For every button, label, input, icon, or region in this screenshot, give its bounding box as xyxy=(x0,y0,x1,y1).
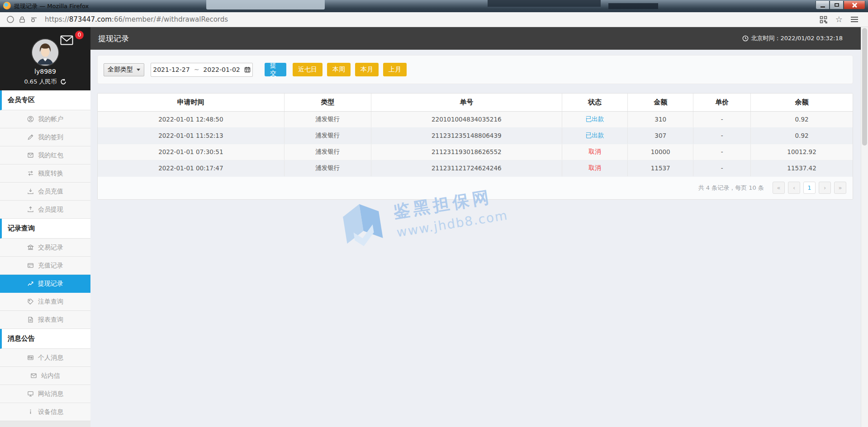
quick-lastmonth-button[interactable]: 上月 xyxy=(383,63,407,76)
beijing-time: 北京时间：2022/01/02 03:32:18 xyxy=(751,34,843,42)
window-titlebar: 提现记录 — Mozilla Firefox xyxy=(0,0,868,12)
card-icon xyxy=(27,262,34,269)
sidebar-section-records: 记录查询 xyxy=(0,219,90,239)
col-unit-price: 单价 xyxy=(693,94,751,111)
pagination-prev-button[interactable]: ‹ xyxy=(788,182,800,194)
sidebar-item-my-red-packet[interactable]: 我的红包 xyxy=(0,146,90,164)
sidebar-item-site-messages[interactable]: 网站消息 xyxy=(0,385,90,403)
background-window-fragment xyxy=(608,3,658,9)
pagination-summary: 共 4 条记录，每页 10 条 xyxy=(698,184,764,192)
mail-icon xyxy=(30,372,37,379)
table-header-row: 申请时间 类型 单号 状态 金额 单价 余额 xyxy=(98,94,853,111)
sidebar-section-member-zone: 会员专区 xyxy=(0,90,90,110)
pagination-page-1-button[interactable]: 1 xyxy=(803,182,816,194)
col-type: 类型 xyxy=(284,94,371,111)
table-row: 2022-01-01 07:30:51 浦发银行 211231193018626… xyxy=(98,144,853,160)
refresh-icon[interactable] xyxy=(60,79,66,85)
col-balance: 余额 xyxy=(751,94,853,111)
permissions-icon[interactable] xyxy=(30,16,38,23)
bookmark-star-icon[interactable]: ☆ xyxy=(835,15,843,23)
balance: 0.65 人民币 xyxy=(24,78,57,86)
message-count-badge: 0 xyxy=(75,31,84,39)
url-path: :66/member/#/withdrawalRecords xyxy=(112,15,228,23)
scrollbar[interactable] xyxy=(861,27,868,427)
avatar[interactable] xyxy=(32,39,58,66)
sidebar-item-quota-transfer[interactable]: 额度转换 xyxy=(0,164,90,183)
monitor-icon xyxy=(27,390,34,397)
withdrawal-records-table: 申请时间 类型 单号 状态 金额 单价 余额 2022-01-01 12:48:… xyxy=(98,94,853,177)
maximize-button[interactable] xyxy=(830,1,844,9)
transfer-icon xyxy=(27,170,34,177)
sidebar-item-site-mail[interactable]: 站内信 xyxy=(0,367,90,385)
window-title: 提现记录 — Mozilla Firefox xyxy=(14,2,89,10)
close-button[interactable] xyxy=(844,1,865,9)
status-badge: 已出款 xyxy=(586,115,604,122)
pagination-last-button[interactable]: » xyxy=(834,182,846,194)
col-status: 状态 xyxy=(562,94,627,111)
tag-icon xyxy=(27,298,34,305)
pagination-next-button[interactable]: › xyxy=(819,182,831,194)
app-header: 提现记录 北京时间：2022/01/02 03:32:18 xyxy=(90,27,861,50)
red-packet-icon xyxy=(27,152,34,159)
username: ly8989 xyxy=(0,68,90,75)
date-range-input[interactable]: 2021-12-27 ~ 2022-01-02 xyxy=(151,63,253,77)
pagination-first-button[interactable]: « xyxy=(773,182,785,194)
minimize-button[interactable] xyxy=(816,1,830,9)
page-title: 提现记录 xyxy=(98,33,129,44)
browser-toolbar: https://873447.com:66/member/#/withdrawa… xyxy=(0,12,868,27)
background-window-fragment xyxy=(206,0,325,9)
table-row: 2022-01-01 00:17:47 浦发银行 211231121724624… xyxy=(98,160,853,176)
sidebar-item-bet-query[interactable]: 注单查询 xyxy=(0,293,90,311)
filter-bar: 全部类型 2021-12-27 ~ 2022-01-02 提交 近七日 本周 本… xyxy=(97,55,853,84)
sidebar-item-deposit-records[interactable]: 充值记录 xyxy=(0,257,90,275)
sidebar-item-report-query[interactable]: 报表查询 xyxy=(0,311,90,329)
type-select[interactable]: 全部类型 xyxy=(104,63,144,76)
withdraw-icon xyxy=(27,206,34,213)
table-row: 2022-01-01 11:52:13 浦发银行 211231235148806… xyxy=(98,127,853,144)
id-card-icon xyxy=(27,354,34,361)
messages-button[interactable]: 0 xyxy=(60,33,81,48)
quick-thisweek-button[interactable]: 本周 xyxy=(327,63,351,76)
sidebar-item-withdrawal-records[interactable]: 提现记录 xyxy=(0,275,90,293)
calendar-icon[interactable] xyxy=(244,66,251,73)
status-badge: 取消 xyxy=(589,164,601,171)
sidebar-item-personal-messages[interactable]: 个人消息 xyxy=(0,349,90,367)
date-to: 2022-01-02 xyxy=(203,66,240,73)
sidebar-section-messages: 消息公告 xyxy=(0,329,90,349)
chart-icon xyxy=(27,280,34,287)
pencil-icon xyxy=(27,134,34,141)
sidebar-item-member-withdraw[interactable]: 会员提现 xyxy=(0,201,90,219)
status-badge: 取消 xyxy=(589,148,601,155)
menu-hamburger-icon[interactable] xyxy=(851,17,858,22)
tracking-protection-icon[interactable] xyxy=(6,15,14,23)
sidebar-item-member-deposit[interactable]: 会员充值 xyxy=(0,183,90,201)
clock-icon xyxy=(742,35,749,42)
lock-icon[interactable] xyxy=(19,16,26,23)
sidebar-item-my-checkin[interactable]: 我的签到 xyxy=(0,128,90,146)
records-table-card: 申请时间 类型 单号 状态 金额 单价 余额 2022-01-01 12:48:… xyxy=(97,93,853,200)
bank-icon xyxy=(27,244,34,251)
scrollbar-thumb[interactable] xyxy=(862,28,867,145)
url-protocol: https:// xyxy=(45,15,69,23)
sidebar-item-device-info[interactable]: 设备信息 xyxy=(0,403,90,421)
col-amount: 金额 xyxy=(628,94,693,111)
quick-last7days-button[interactable]: 近七日 xyxy=(293,63,323,76)
date-from: 2021-12-27 xyxy=(153,66,190,73)
col-order-no: 单号 xyxy=(371,94,562,111)
background-window-fragment xyxy=(488,0,601,7)
firefox-icon xyxy=(3,2,11,9)
sidebar-item-my-account[interactable]: 我的帐户 xyxy=(0,110,90,128)
main-content: 全部类型 2021-12-27 ~ 2022-01-02 提交 近七日 本周 本… xyxy=(90,50,861,427)
deposit-icon xyxy=(27,188,34,195)
report-icon xyxy=(27,316,34,323)
submit-button[interactable]: 提交 xyxy=(265,63,286,76)
col-apply-time: 申请时间 xyxy=(98,94,284,111)
info-icon xyxy=(27,408,34,415)
status-badge: 已出款 xyxy=(586,131,604,139)
qr-code-icon[interactable] xyxy=(820,16,827,23)
url-bar[interactable]: https://873447.com:66/member/#/withdrawa… xyxy=(45,15,820,23)
quick-thismonth-button[interactable]: 本月 xyxy=(355,63,379,76)
pagination: 共 4 条记录，每页 10 条 « ‹ 1 › » xyxy=(98,177,853,199)
user-icon xyxy=(27,116,34,122)
sidebar-item-transaction-records[interactable]: 交易记录 xyxy=(0,239,90,257)
